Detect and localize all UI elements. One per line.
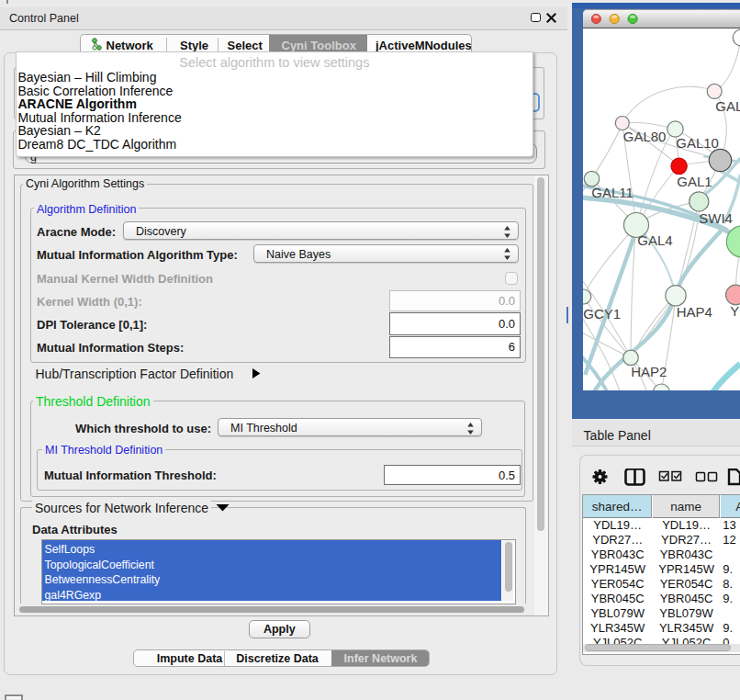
svg-text:YM: YM bbox=[730, 303, 740, 319]
svg-text:GAL1: GAL1 bbox=[677, 174, 712, 189]
svg-text:GAL2: GAL2 bbox=[715, 98, 740, 114]
svg-text:GAL11: GAL11 bbox=[591, 185, 633, 200]
svg-text:GCY1: GCY1 bbox=[583, 306, 621, 322]
svg-text:GAL4: GAL4 bbox=[637, 232, 672, 248]
svg-text:HAP4: HAP4 bbox=[676, 304, 712, 320]
svg-text:HAP2: HAP2 bbox=[631, 364, 667, 379]
svg-text:SWI4: SWI4 bbox=[699, 210, 733, 226]
svg-text:GAL10: GAL10 bbox=[676, 135, 719, 151]
svg-text:GAL80: GAL80 bbox=[622, 130, 666, 145]
